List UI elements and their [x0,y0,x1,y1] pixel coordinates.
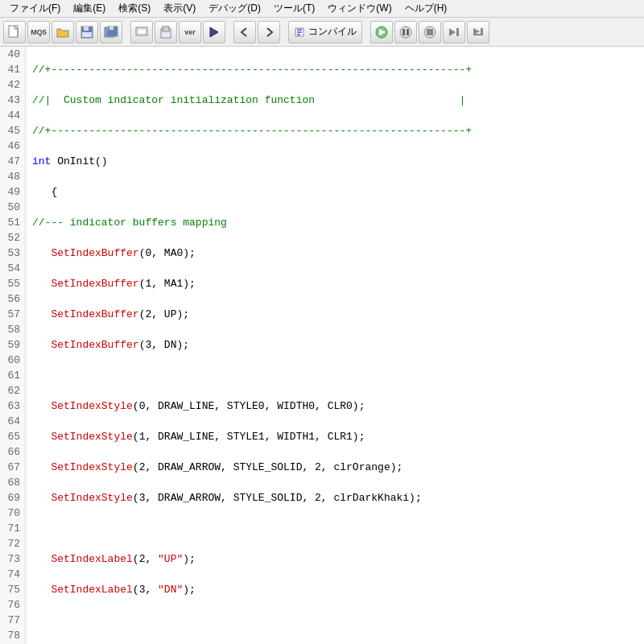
toolbar: MQ5 ver [0,18,644,47]
compile-label: コンパイル [308,25,357,39]
menu-edit[interactable]: 編集(E) [67,1,112,16]
code-editor: 40 41 42 43 44 45 46 47 48 49 50 51 52 5… [0,47,644,644]
svg-rect-26 [481,28,483,35]
step-over-button[interactable] [467,21,489,43]
paste-button[interactable] [155,21,177,43]
menu-bar: ファイル(F) 編集(E) 検索(S) 表示(V) デバッグ(D) ツール(T)… [0,0,644,18]
svg-rect-22 [427,29,433,35]
open-button[interactable] [52,21,74,43]
svg-rect-20 [407,29,409,35]
menu-help[interactable]: ヘルプ(H) [398,1,454,16]
back-button[interactable] [233,21,256,43]
svg-point-18 [400,27,411,38]
svg-marker-23 [449,28,456,36]
menu-file[interactable]: ファイル(F) [3,1,67,16]
svg-rect-24 [456,28,459,36]
svg-rect-5 [82,32,92,37]
stop-button[interactable] [419,21,441,43]
svg-rect-19 [402,29,405,35]
compile-button[interactable]: コンパイル [288,21,362,43]
menu-debug[interactable]: デバッグ(D) [202,1,267,16]
menu-search[interactable]: 検索(S) [112,1,157,16]
save-all-button[interactable] [100,21,122,43]
svg-rect-9 [109,27,114,30]
mq5-button[interactable]: MQ5 [27,21,50,43]
menu-view[interactable]: 表示(V) [157,1,202,16]
svg-marker-25 [473,28,480,35]
version-button[interactable]: ver [179,21,201,43]
new-button[interactable] [3,21,26,43]
save-button[interactable] [76,21,98,43]
svg-rect-11 [138,29,146,34]
menu-tools[interactable]: ツール(T) [267,1,321,16]
pause-button[interactable] [394,21,417,43]
menu-window[interactable]: ウィンドウ(W) [321,1,398,16]
svg-rect-13 [163,27,169,31]
cut-button[interactable] [130,21,153,43]
step-button[interactable] [443,21,465,43]
svg-marker-14 [210,27,218,37]
forward-button[interactable] [258,21,280,43]
code-area[interactable]: //+-------------------------------------… [26,47,644,644]
line-numbers: 40 41 42 43 44 45 46 47 48 49 50 51 52 5… [0,47,26,644]
run-button[interactable] [370,21,393,43]
deploy-button[interactable] [203,21,225,43]
svg-rect-4 [84,27,89,31]
